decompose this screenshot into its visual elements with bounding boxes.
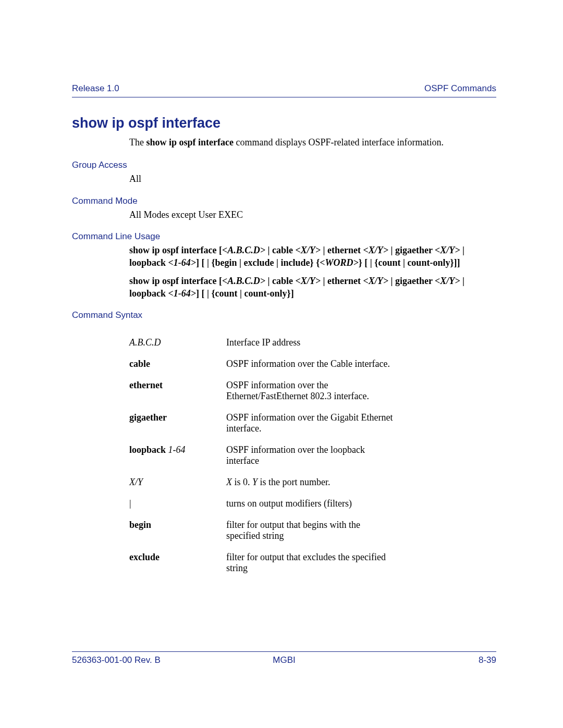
section-cli-usage-body: show ip ospf interface [<A.B.C.D> | cabl…	[129, 244, 496, 300]
section-group-access-label: Group Access	[72, 160, 496, 170]
u1-p4: | gigaether	[388, 245, 435, 255]
page-header: Release 1.0 OSPF Commands	[72, 83, 496, 97]
footer-right: 8-39	[479, 655, 496, 665]
term: |	[129, 498, 131, 509]
page-title: show ip ospf interface	[72, 115, 496, 131]
table-row: A.B.C.D Interface IP address	[129, 337, 393, 359]
definition: OSPF information over the Ethernet/FastE…	[226, 380, 393, 412]
table-row: gigaether OSPF information over the Giga…	[129, 412, 393, 445]
u2-p3: | ethernet	[321, 276, 363, 286]
table-row: X/Y X is 0. Y is the port number.	[129, 477, 393, 498]
u2-i1: <A.B.C.D>	[222, 276, 265, 286]
u2-i5: <1-64>	[168, 288, 197, 299]
usage-line-2: show ip ospf interface [<A.B.C.D> | cabl…	[129, 275, 496, 300]
def-post: is the port number.	[258, 477, 330, 487]
section-command-mode-label: Command Mode	[72, 196, 496, 206]
term: gigaether	[129, 412, 167, 423]
u1-i1: <A.B.C.D>	[222, 245, 265, 255]
table-row: loopback 1-64 OSPF information over the …	[129, 445, 393, 477]
table-row: ethernet OSPF information over the Ether…	[129, 380, 393, 412]
table-row: | turns on output modifiers (filters)	[129, 498, 393, 520]
u2-p4: | gigaether	[388, 276, 435, 286]
u1-i5: <1-64>	[168, 257, 197, 268]
definition: X is 0. Y is the port number.	[226, 477, 393, 498]
footer-left: 526363-001-00 Rev. B	[72, 655, 161, 665]
section-group-access-body: All	[129, 172, 496, 185]
section-command-mode-body: All Modes except User EXEC	[129, 208, 496, 221]
term: A.B.C.D	[129, 337, 161, 348]
u2-p6: ] [ | {count | count-only}]	[196, 288, 294, 299]
definition: OSPF information over the Gigabit Ethern…	[226, 412, 393, 445]
intro-pre: The	[129, 137, 146, 147]
term-suffix: 1-64	[166, 445, 186, 455]
intro-cmd: show ip ospf interface	[146, 137, 234, 147]
u1-i3: <X/Y>	[363, 245, 388, 255]
term: X/Y	[129, 477, 143, 487]
u1-p2: | cable	[265, 245, 295, 255]
u1-p7: } [ | {count | count-only}]]	[359, 257, 460, 268]
u2-i4: <X/Y>	[435, 276, 460, 286]
u2-p2: | cable	[265, 276, 295, 286]
header-left: Release 1.0	[72, 83, 119, 94]
term: cable	[129, 359, 150, 369]
definition: OSPF information over the Cable interfac…	[226, 359, 393, 380]
definition: turns on output modifiers (filters)	[226, 498, 393, 520]
u1-p1: show ip ospf interface [	[129, 245, 222, 255]
intro-post: command displays OSPF-related interface …	[234, 137, 444, 147]
u2-i2: <X/Y>	[296, 276, 321, 286]
u1-p6: ] [ | {begin | exclude | include} {	[196, 257, 320, 268]
def-mid: is 0.	[232, 477, 252, 487]
table-row: cable OSPF information over the Cable in…	[129, 359, 393, 380]
term: begin	[129, 520, 151, 530]
intro-paragraph: The show ip ospf interface command displ…	[129, 137, 496, 149]
term: loopback	[129, 445, 166, 455]
u1-p3: | ethernet	[321, 245, 363, 255]
header-right: OSPF Commands	[424, 83, 496, 94]
definition: OSPF information over the loopback inter…	[226, 445, 393, 477]
definition: Interface IP address	[226, 337, 393, 359]
u1-i4: <X/Y>	[435, 245, 460, 255]
u1-i6: <WORD>	[320, 257, 359, 268]
table-row: exclude filter for output that excludes …	[129, 552, 393, 584]
usage-line-1: show ip ospf interface [<A.B.C.D> | cabl…	[129, 244, 496, 269]
def-i1: X	[226, 477, 232, 487]
syntax-table: A.B.C.D Interface IP address cable OSPF …	[129, 337, 393, 584]
definition: filter for output that begins with the s…	[226, 520, 393, 552]
term: exclude	[129, 552, 160, 562]
u1-i2: <X/Y>	[296, 245, 321, 255]
definition: filter for output that excludes the spec…	[226, 552, 393, 584]
section-command-syntax-label: Command Syntax	[72, 310, 496, 320]
section-cli-usage-label: Command Line Usage	[72, 231, 496, 242]
u2-p1: show ip ospf interface [	[129, 276, 222, 286]
page-footer: 526363-001-00 Rev. B MGBI 8-39	[72, 651, 496, 665]
u2-i3: <X/Y>	[363, 276, 388, 286]
term: ethernet	[129, 380, 163, 390]
table-row: begin filter for output that begins with…	[129, 520, 393, 552]
def-i2: Y	[252, 477, 258, 487]
